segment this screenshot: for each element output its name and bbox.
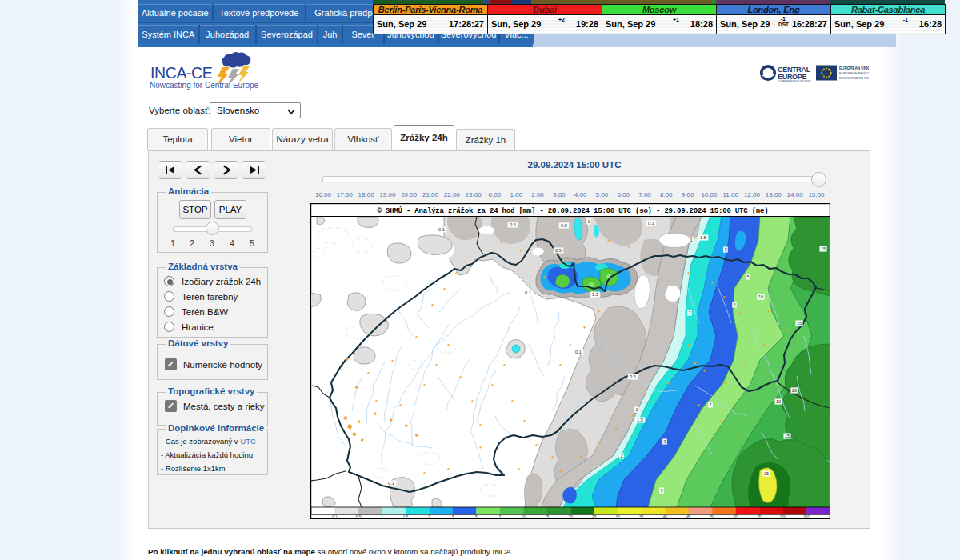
svg-text:0.1: 0.1 (332, 514, 338, 519)
svg-text:70: 70 (757, 514, 762, 519)
svg-text:10: 10 (776, 399, 781, 404)
svg-text:50: 50 (710, 514, 714, 519)
svg-text:10: 10 (758, 294, 763, 299)
svg-text:© SHMÚ - Analýza zrážok za 24: © SHMÚ - Analýza zrážok za 24 hod [mm] -… (378, 206, 769, 215)
svg-text:25: 25 (592, 514, 597, 519)
svg-text:1.5: 1.5 (637, 418, 643, 422)
svg-text:1.5: 1.5 (402, 514, 408, 519)
svg-text:EUROPEAN REGIONAL: EUROPEAN REGIONAL (839, 71, 869, 75)
svg-text:DEVELOPMENT FUND: DEVELOPMENT FUND (839, 76, 869, 80)
svg-text:1.5: 1.5 (700, 235, 706, 240)
svg-text:20: 20 (792, 388, 797, 393)
svg-text:3: 3 (724, 247, 726, 252)
svg-text:5: 5 (733, 302, 735, 307)
svg-text:0.1: 0.1 (648, 221, 654, 226)
svg-text:15: 15 (785, 434, 790, 438)
svg-text:300: 300 (803, 514, 810, 519)
svg-text:100: 100 (779, 514, 786, 519)
svg-text:10: 10 (522, 514, 526, 519)
svg-text:2: 2 (428, 514, 430, 519)
svg-text:1: 1 (587, 219, 590, 224)
svg-text:40: 40 (662, 514, 667, 519)
svg-text:1: 1 (635, 407, 638, 412)
svg-text:0.5: 0.5 (630, 374, 636, 379)
svg-text:5: 5 (660, 488, 662, 493)
svg-text:20: 20 (569, 514, 574, 519)
svg-text:3: 3 (663, 439, 666, 444)
svg-text:5: 5 (746, 274, 749, 279)
svg-text:0.1: 0.1 (525, 290, 531, 295)
svg-text:0.5: 0.5 (561, 223, 567, 228)
svg-text:30: 30 (615, 514, 620, 519)
svg-text:2: 2 (620, 454, 622, 458)
svg-text:1: 1 (381, 514, 383, 519)
svg-text:7: 7 (498, 514, 501, 519)
svg-text:EUROPEAN UNION: EUROPEAN UNION (839, 66, 869, 70)
svg-text:25: 25 (764, 471, 769, 476)
svg-text:15: 15 (545, 514, 550, 519)
svg-text:COOPERATING FOR SUCCESS: COOPERATING FOR SUCCESS (778, 80, 811, 83)
svg-text:0.5: 0.5 (510, 222, 516, 227)
svg-text:45: 45 (686, 514, 691, 519)
svg-text:5: 5 (475, 514, 478, 519)
svg-text:0.1: 0.1 (388, 481, 394, 486)
svg-text:0.5: 0.5 (356, 514, 362, 519)
svg-text:0.5: 0.5 (555, 248, 562, 253)
svg-text:2: 2 (688, 310, 690, 315)
svg-text:7: 7 (709, 402, 711, 407)
svg-text:15: 15 (821, 246, 826, 251)
svg-text:3: 3 (452, 514, 454, 519)
svg-text:1: 1 (690, 238, 692, 242)
svg-text:15: 15 (797, 321, 802, 326)
svg-text:0.1: 0.1 (438, 227, 445, 232)
svg-text:60: 60 (734, 514, 738, 519)
svg-text:1.5: 1.5 (592, 292, 598, 297)
svg-text:35: 35 (639, 514, 644, 519)
svg-text:0.1: 0.1 (575, 350, 582, 354)
